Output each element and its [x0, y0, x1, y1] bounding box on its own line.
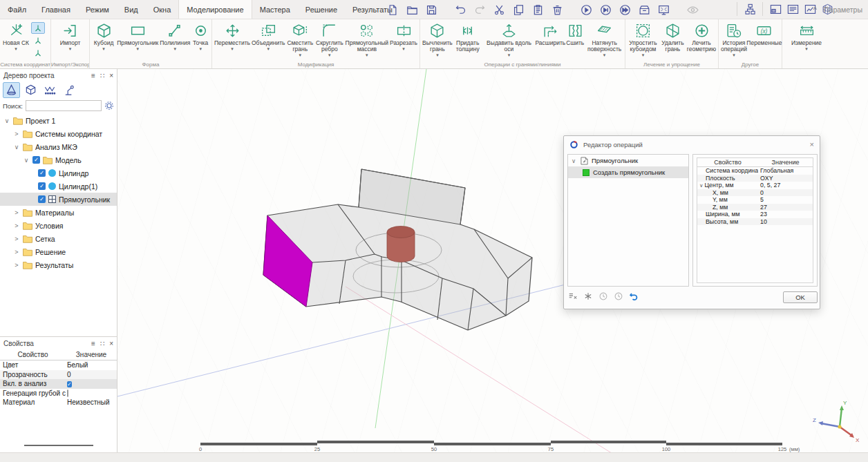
search-input[interactable]	[26, 100, 102, 111]
offset-face-button[interactable]: Сместить грань▾	[286, 21, 315, 61]
dialog-close-icon[interactable]: ×	[810, 140, 814, 148]
undo-button[interactable]	[452, 1, 469, 18]
operation-history-button[interactable]: История операций▾	[720, 21, 748, 61]
search-settings-gear-icon[interactable]	[104, 101, 114, 110]
panel-dock-icon[interactable]: ∷	[100, 340, 104, 347]
checkbox-checked[interactable]: ✓	[32, 156, 40, 164]
tree-item-fem-analysis[interactable]: ∨Анализ МКЭ	[0, 140, 117, 153]
menu-wizards[interactable]: Мастера	[252, 0, 298, 19]
save-button[interactable]	[423, 1, 440, 18]
stretch-surface-button[interactable]: Натянуть поверхность▾	[585, 21, 623, 61]
rectangle-button[interactable]: Прямоугольник▾	[116, 21, 159, 61]
menu-view[interactable]: Вид	[117, 0, 146, 19]
tree-item-materials[interactable]: >Материалы	[0, 206, 117, 219]
property-row-transparency[interactable]: Прозрачность0	[0, 370, 117, 380]
panel-menu-icon[interactable]: ≡	[91, 340, 95, 347]
property-row-color[interactable]: ЦветБелый	[0, 360, 117, 370]
op-prop-row[interactable]: Z, мм27	[697, 204, 813, 211]
menu-mode[interactable]: Режим	[78, 0, 117, 19]
visibility-button[interactable]	[684, 1, 701, 18]
panel-close-icon[interactable]: ×	[109, 72, 113, 79]
tab-process[interactable]	[61, 82, 78, 98]
checkbox-unchecked[interactable]	[67, 389, 68, 397]
op-prop-row[interactable]: Высота, мм10	[697, 218, 813, 226]
collapse-ribbon-icon[interactable]: ^	[813, 6, 817, 14]
menu-solution[interactable]: Решение	[298, 0, 345, 19]
tree-item-project[interactable]: ∨Проект 1	[0, 114, 117, 127]
tab-geometry[interactable]	[3, 82, 20, 98]
rect-array-button[interactable]: Прямоугольный массив▾	[345, 21, 389, 61]
checkbox-checked[interactable]: ✓	[38, 182, 46, 190]
fit-view-button[interactable]	[655, 1, 672, 18]
new-cs-button[interactable]: Новая СК ▾	[1, 21, 30, 61]
cylinder-top-face[interactable]	[387, 227, 415, 238]
tab-model[interactable]	[22, 82, 39, 98]
checkbox-checked[interactable]: ✓	[67, 381, 72, 387]
project-tree-toggle-button[interactable]	[742, 1, 757, 17]
layout-list-button[interactable]	[785, 1, 800, 17]
variables-button[interactable]: (x) Переменные	[748, 21, 781, 61]
disable-operation-button[interactable]	[583, 291, 593, 301]
new-file-button[interactable]	[384, 1, 401, 18]
menu-home[interactable]: Главная	[34, 0, 78, 19]
op-prop-row[interactable]: ПлоскостьOXY	[697, 175, 813, 182]
tree-item-results[interactable]: >Результаты	[0, 258, 117, 271]
orientation-triad[interactable]: Y Z X	[813, 400, 860, 443]
tree-item-cylinder[interactable]: ✓Цилиндр	[0, 166, 117, 180]
menu-modeling[interactable]: Моделирование	[178, 0, 252, 19]
simplify-cuboid-button[interactable]: Упростить кубоидом▾	[627, 21, 659, 61]
tree-item-conditions[interactable]: >Условия	[0, 219, 117, 232]
extrude-axis-button[interactable]: Выдавить вдоль оси▾	[482, 21, 536, 61]
sew-button[interactable]: Сшить	[565, 21, 585, 61]
reset-operation-button[interactable]	[628, 291, 639, 301]
checkbox-checked[interactable]: ✓	[38, 195, 46, 203]
panel-dock-icon[interactable]: ∷	[100, 72, 104, 79]
dialog-title-bar[interactable]: Редактор операций ×	[564, 136, 820, 153]
open-file-button[interactable]	[404, 1, 420, 18]
history-back-button[interactable]	[598, 291, 608, 301]
export-results-button[interactable]	[636, 1, 652, 18]
checkbox-checked[interactable]: ✓	[38, 169, 46, 177]
tree-item-model[interactable]: ∨✓Модель	[0, 153, 117, 166]
property-row-include-in-analysis[interactable]: Вкл. в анализ✓	[0, 379, 117, 389]
thicken-button[interactable]: Придать толщину	[453, 21, 482, 61]
copy-button[interactable]	[510, 1, 527, 18]
remove-face-button[interactable]: Удалить грань	[659, 21, 686, 61]
op-prop-row[interactable]: Ширина, мм23	[697, 211, 813, 218]
history-forward-button[interactable]	[613, 291, 623, 301]
operation-group-row[interactable]: ∨ Прямоугольник	[568, 155, 688, 166]
remove-operation-button[interactable]	[567, 291, 578, 301]
solve-start-button[interactable]	[578, 1, 594, 18]
split-button[interactable]: Разрезать▾	[389, 21, 418, 61]
property-row-coarse-mesh[interactable]: Генерация грубой сетки	[0, 389, 117, 398]
point-button[interactable]: Точка▾	[191, 21, 210, 61]
menu-windows[interactable]: Окна	[146, 0, 179, 19]
op-prop-row[interactable]: X, мм0	[697, 189, 813, 197]
op-prop-row-center[interactable]: ∨Центр, мм0, 5, 27	[697, 182, 813, 189]
panel-menu-icon[interactable]: ≡	[91, 72, 95, 79]
paste-button[interactable]	[529, 1, 546, 18]
cuboid-button[interactable]: Кубоид▾	[91, 21, 116, 61]
cs-triad-1-button[interactable]	[31, 22, 45, 34]
tree-item-rectangle[interactable]: ✓Прямоугольник	[0, 193, 117, 206]
tree-item-mesh[interactable]: >Сетка	[0, 232, 117, 245]
menu-file[interactable]: Файл	[0, 0, 34, 19]
redo-button[interactable]	[471, 1, 488, 18]
tree-item-solution[interactable]: >Решение	[0, 245, 117, 258]
extract-face-button[interactable]: Вычленить грань▾	[422, 21, 453, 61]
property-row-material[interactable]: МатериалНеизвестный	[0, 398, 117, 407]
op-prop-row[interactable]: Y, мм5	[697, 196, 813, 204]
cs-triad-3-button[interactable]	[31, 47, 45, 59]
import-button[interactable]: Импорт ▾	[53, 21, 88, 61]
op-prop-row[interactable]: Система координатГлобальная	[697, 167, 813, 175]
tree-item-cylinder-1[interactable]: ✓Цилиндр(1)	[0, 180, 117, 193]
unite-button[interactable]: Объединить▾	[251, 21, 286, 61]
layout-editor-button[interactable]	[768, 1, 783, 17]
measure-button[interactable]: Измерение▾	[788, 21, 825, 61]
ok-button[interactable]: OK	[783, 291, 818, 303]
solve-step-button[interactable]	[597, 1, 614, 18]
operation-row-create-rectangle[interactable]: Создать прямоугольник	[568, 166, 688, 178]
expand-button[interactable]: Расширить	[536, 21, 565, 61]
cut-button[interactable]	[491, 1, 507, 18]
panel-close-icon[interactable]: ×	[109, 340, 113, 347]
